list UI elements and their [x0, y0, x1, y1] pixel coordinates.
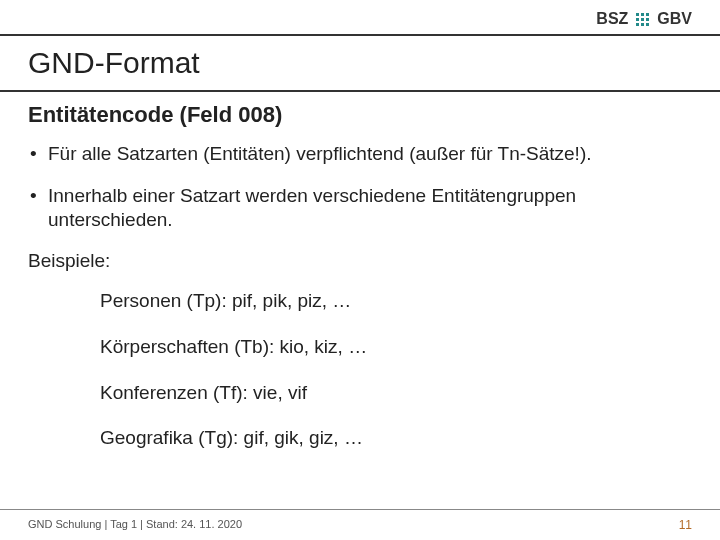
- slide-body: Für alle Satzarten (Entitäten) verpflich…: [28, 142, 692, 472]
- list-item: Innerhalb einer Satzart werden verschied…: [28, 184, 692, 232]
- brand-right: GBV: [657, 10, 692, 28]
- slide: BSZ GBV GND-Format Entitätencode (Feld 0…: [0, 0, 720, 540]
- footer: GND Schulung | Tag 1 | Stand: 24. 11. 20…: [28, 518, 692, 532]
- logo-dots-icon: [636, 13, 649, 26]
- page-number: 11: [679, 518, 692, 532]
- list-item: Personen (Tp): pif, pik, piz, …: [100, 289, 692, 313]
- brand-bar: BSZ GBV: [596, 10, 692, 28]
- list-item: Konferenzen (Tf): vie, vif: [100, 381, 692, 405]
- rule-footer: [0, 509, 720, 510]
- brand-left: BSZ: [596, 10, 628, 28]
- slide-title: GND-Format: [28, 46, 200, 80]
- footer-text: GND Schulung | Tag 1 | Stand: 24. 11. 20…: [28, 518, 242, 532]
- rule-top: [0, 34, 720, 36]
- examples-list: Personen (Tp): pif, pik, piz, … Körpersc…: [28, 289, 692, 450]
- rule-subtitle: [0, 90, 720, 92]
- bullet-list: Für alle Satzarten (Entitäten) verpflich…: [28, 142, 692, 231]
- list-item: Für alle Satzarten (Entitäten) verpflich…: [28, 142, 692, 166]
- list-item: Körperschaften (Tb): kio, kiz, …: [100, 335, 692, 359]
- list-item: Geografika (Tg): gif, gik, giz, …: [100, 426, 692, 450]
- examples-label: Beispiele:: [28, 249, 692, 273]
- slide-subhead: Entitätencode (Feld 008): [28, 102, 282, 128]
